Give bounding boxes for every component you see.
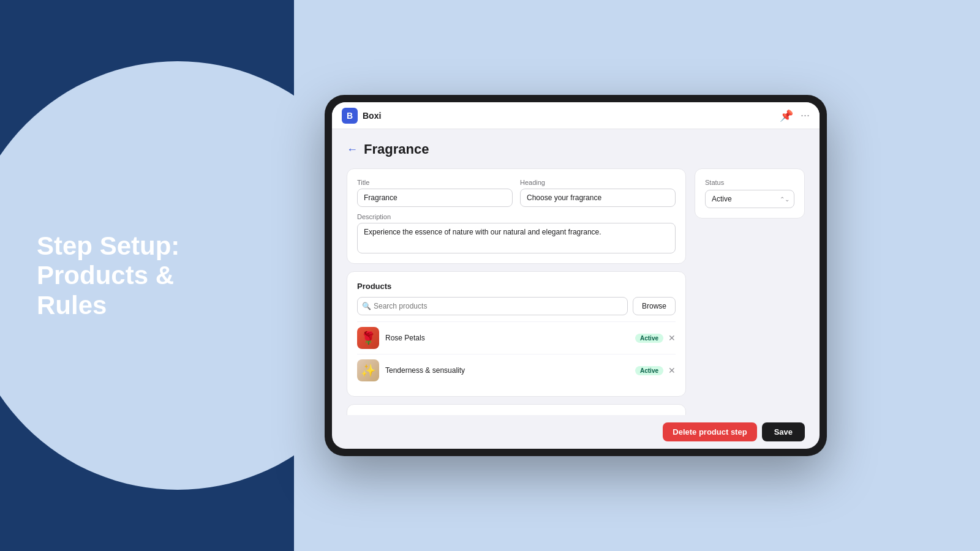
topbar-right: 📌 ··· — [780, 109, 810, 122]
heading-label: Heading — [520, 179, 676, 186]
heading-field: Heading — [520, 179, 676, 207]
description-label: Description — [357, 213, 676, 220]
form-sidebar: Status Active Inactive Draft ⌃⌄ — [695, 168, 805, 219]
topbar-left: B Boxi — [342, 108, 381, 124]
app-name: Boxi — [363, 111, 381, 121]
rose-emoji: 🌹 — [361, 331, 376, 345]
product-status-badge-2: Active — [635, 366, 663, 375]
search-icon: 🔍 — [362, 302, 371, 310]
search-input[interactable] — [357, 297, 628, 315]
tablet-frame: B Boxi 📌 ··· ← Fragrance — [325, 95, 827, 456]
description-field: Description Experience the essence of na… — [357, 213, 676, 253]
status-label: Status — [705, 179, 794, 186]
description-textarea[interactable]: Experience the essence of nature with ou… — [357, 223, 676, 253]
app-icon: B — [342, 108, 358, 124]
products-section-title: Products — [357, 282, 676, 291]
status-card: Status Active Inactive Draft ⌃⌄ — [695, 168, 805, 219]
purchase-requirements-card: Purchase requirements Minimum quantity o… — [347, 404, 686, 415]
save-button[interactable]: Save — [762, 422, 805, 441]
search-row: 🔍 Browse — [357, 297, 676, 315]
page-title: Fragrance — [364, 141, 429, 157]
form-main: Title Heading Description Exper — [347, 168, 686, 415]
title-label: Title — [357, 179, 513, 186]
app-icon-letter: B — [347, 111, 353, 121]
back-button[interactable]: ← — [347, 143, 358, 156]
title-field: Title — [357, 179, 513, 207]
page-header: ← Fragrance — [347, 141, 805, 157]
product-thumb-tender: ✨ — [357, 359, 379, 381]
tender-emoji: ✨ — [361, 363, 376, 378]
status-select-wrapper: Active Inactive Draft ⌃⌄ — [705, 190, 794, 208]
product-actions-1: Active ✕ — [635, 334, 676, 343]
tablet-device: B Boxi 📌 ··· ← Fragrance — [325, 95, 827, 456]
hero-title: Step Setup: Products & Rules — [37, 231, 233, 320]
heading-input[interactable] — [520, 189, 676, 207]
title-heading-row: Title Heading — [357, 179, 676, 207]
product-name-1: Rose Petals — [385, 334, 629, 342]
topbar: B Boxi 📌 ··· — [332, 102, 820, 129]
products-card: Products 🔍 Browse — [347, 271, 686, 397]
title-heading-card: Title Heading Description Exper — [347, 168, 686, 264]
footer-actions: Delete product step Save — [332, 415, 820, 449]
main-content: ← Fragrance Title — [332, 129, 820, 415]
product-name-2: Tenderness & sensuality — [385, 366, 629, 375]
remove-product-button-1[interactable]: ✕ — [668, 334, 676, 342]
title-input[interactable] — [357, 189, 513, 207]
search-wrapper: 🔍 — [357, 297, 628, 315]
delete-product-step-button[interactable]: Delete product step — [663, 422, 756, 441]
remove-product-button-2[interactable]: ✕ — [668, 366, 676, 375]
browse-button[interactable]: Browse — [633, 297, 676, 315]
tablet-screen: B Boxi 📌 ··· ← Fragrance — [332, 102, 820, 449]
form-layout: Title Heading Description Exper — [347, 168, 805, 415]
product-item-2: ✨ Tenderness & sensuality Active ✕ — [357, 354, 676, 386]
product-list: 🌹 Rose Petals Active ✕ — [357, 321, 676, 386]
product-status-badge-1: Active — [635, 334, 663, 343]
product-thumb-rose: 🌹 — [357, 327, 379, 349]
pin-icon[interactable]: 📌 — [780, 109, 793, 122]
product-actions-2: Active ✕ — [635, 366, 676, 375]
more-icon[interactable]: ··· — [801, 109, 810, 122]
hero-section: Step Setup: Products & Rules — [37, 231, 233, 320]
status-select[interactable]: Active Inactive Draft — [705, 190, 794, 208]
product-item: 🌹 Rose Petals Active ✕ — [357, 321, 676, 354]
